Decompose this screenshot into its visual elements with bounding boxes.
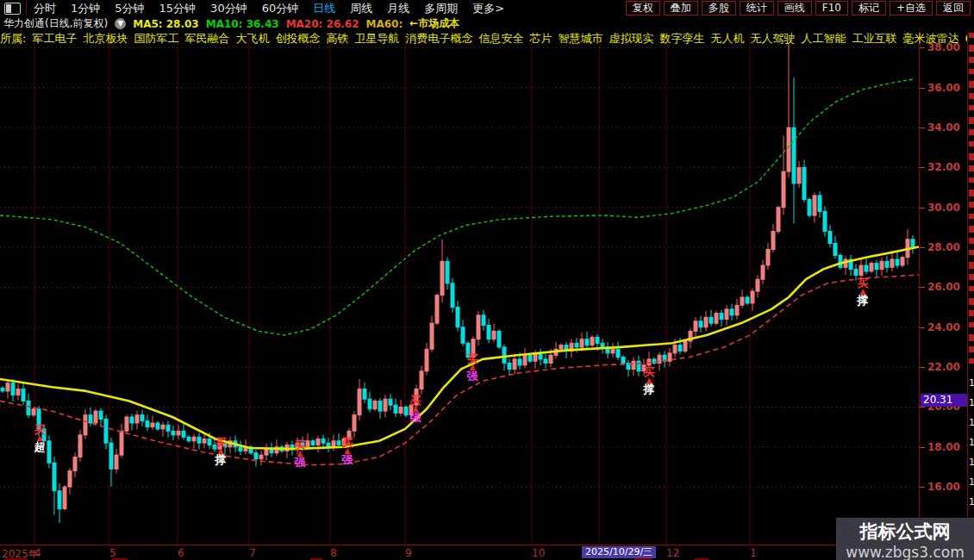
toolbar-button-统计[interactable]: 统计 — [740, 1, 774, 16]
candle-down — [585, 339, 589, 345]
sector-tag[interactable]: 芯片 — [529, 31, 552, 46]
period-tab-1分钟[interactable]: 1分钟 — [71, 1, 100, 16]
clipped-glyph-fragment — [969, 129, 974, 135]
clipped-glyph-fragment — [969, 153, 974, 160]
candle-up — [430, 323, 434, 349]
toolbar-button-画线[interactable]: 画线 — [777, 1, 812, 16]
last-price-badge: 20.31 — [921, 394, 968, 407]
price-tick — [920, 287, 925, 288]
sector-tag[interactable]: 虚拟现实 — [609, 31, 653, 46]
candle-up — [492, 331, 496, 339]
sector-tag[interactable]: 消费电子概念 — [405, 31, 472, 46]
sector-tag[interactable]: 6G概念 — [965, 31, 967, 46]
period-tab-多周期[interactable]: 多周期 — [424, 1, 458, 16]
candle-up — [435, 296, 439, 323]
sector-tag[interactable]: 人工智能 — [801, 31, 846, 46]
toolbar-button-叠加[interactable]: 叠加 — [664, 1, 698, 16]
sector-tag[interactable]: 毫米波雷达 — [902, 31, 958, 46]
candle-up — [135, 415, 139, 423]
candle-up — [673, 345, 677, 353]
candle-down — [601, 343, 604, 347]
sector-tag[interactable]: 信息安全 — [478, 31, 523, 46]
sector-tag[interactable]: 军民融合 — [184, 31, 229, 46]
candle-down — [456, 308, 459, 327]
candle-up — [353, 415, 356, 432]
candle-up — [580, 339, 584, 347]
candle-up — [161, 425, 165, 429]
sector-tag[interactable]: 卫星导航 — [354, 31, 399, 46]
candle-down — [58, 491, 61, 509]
clipped-glyph-fragment — [969, 117, 974, 124]
marker-signal-char: 撑 — [640, 383, 659, 395]
toolbar-button-+自选[interactable]: +自选 — [890, 1, 933, 16]
period-tab-60分钟[interactable]: 60分钟 — [262, 1, 299, 16]
candle-up — [813, 196, 816, 215]
price-tick — [920, 167, 925, 168]
sector-tag[interactable]: 高铁 — [326, 31, 348, 46]
candle-down — [792, 128, 796, 184]
period-tab-5分钟[interactable]: 5分钟 — [115, 1, 144, 16]
toolbar-button-复权[interactable]: 复权 — [626, 1, 660, 16]
buy-signal-marker-买强: 买▲强 — [290, 439, 309, 468]
candle-down — [528, 355, 532, 361]
candle-up — [373, 401, 377, 409]
sector-tag[interactable]: 军工电子 — [32, 31, 77, 46]
candle-down — [451, 283, 454, 308]
sector-tag[interactable]: 国防军工 — [134, 31, 178, 46]
period-tab-30分钟[interactable]: 30分钟 — [210, 1, 247, 16]
price-label: 34.00 — [927, 121, 960, 134]
clipped-glyph-fragment — [969, 238, 974, 244]
period-tab-分时[interactable]: 分时 — [34, 1, 56, 16]
price-axis: 38.0036.0034.0032.0030.0028.0026.0024.00… — [919, 26, 968, 544]
watermark-box: 指标公式网 www.zbgs3.com — [836, 518, 974, 560]
clipped-glyph-fragment — [969, 165, 974, 171]
sector-tag[interactable]: 无人驾驶 — [750, 31, 795, 46]
candle-down — [730, 309, 734, 315]
price-label: 36.00 — [927, 82, 960, 94]
candle-down — [156, 423, 159, 429]
candle-up — [192, 437, 196, 441]
candle-down — [865, 265, 868, 271]
candle-up — [115, 455, 118, 469]
candle-up — [440, 261, 444, 295]
sector-tag[interactable]: 创投概念 — [275, 31, 320, 46]
month-label: 10 — [532, 547, 545, 559]
sector-tag[interactable]: 无人机 — [710, 31, 744, 46]
candle-down — [808, 200, 811, 216]
candle-down — [1, 388, 4, 391]
sector-prefix: 所属: — [0, 31, 26, 46]
period-tab-月线[interactable]: 月线 — [387, 1, 409, 16]
month-label: 6 — [178, 547, 184, 559]
period-tab-日线[interactable]: 日线 — [313, 1, 335, 16]
sector-tag[interactable]: 大飞机 — [235, 31, 269, 46]
price-tick — [920, 128, 925, 128]
candle-down — [818, 196, 821, 212]
candle-down — [746, 297, 749, 303]
panel-layout-icon[interactable] — [4, 3, 21, 15]
candle-up — [94, 411, 97, 423]
toolbar-button-F10[interactable]: F10 — [815, 1, 848, 16]
period-tab-周线[interactable]: 周线 — [350, 1, 372, 16]
clipped-glyph-fragment — [969, 346, 974, 352]
toolbar-button-多股[interactable]: 多股 — [702, 1, 736, 16]
sector-tag[interactable]: 工业互联 — [852, 31, 896, 46]
sector-tag[interactable]: 智慧城市 — [558, 31, 603, 46]
clipped-glyph-fragment — [969, 250, 974, 255]
candle-down — [394, 405, 397, 413]
candle-down — [53, 463, 56, 490]
candlestick-chart[interactable] — [0, 0, 974, 560]
toolbar-button-返回[interactable]: 返回 — [936, 1, 971, 16]
toolbar-button-标记[interactable]: 标记 — [852, 1, 886, 16]
candle-down — [311, 441, 315, 445]
sector-tag[interactable]: 北京板块 — [83, 31, 128, 46]
candle-up — [120, 431, 123, 455]
period-tab-15分钟[interactable]: 15分钟 — [159, 1, 197, 16]
period-tab-更多>[interactable]: 更多> — [472, 1, 504, 16]
clipped-glyph-fragment — [969, 262, 974, 269]
candle-up — [751, 291, 754, 303]
buy-signal-marker-买撑: 买▲撑 — [853, 277, 872, 306]
candle-up — [523, 355, 527, 365]
sector-tag[interactable]: 数字孪生 — [659, 31, 704, 46]
chevron-down-icon[interactable]: ▼ — [115, 18, 126, 29]
clipped-digit: 1 — [969, 457, 974, 468]
